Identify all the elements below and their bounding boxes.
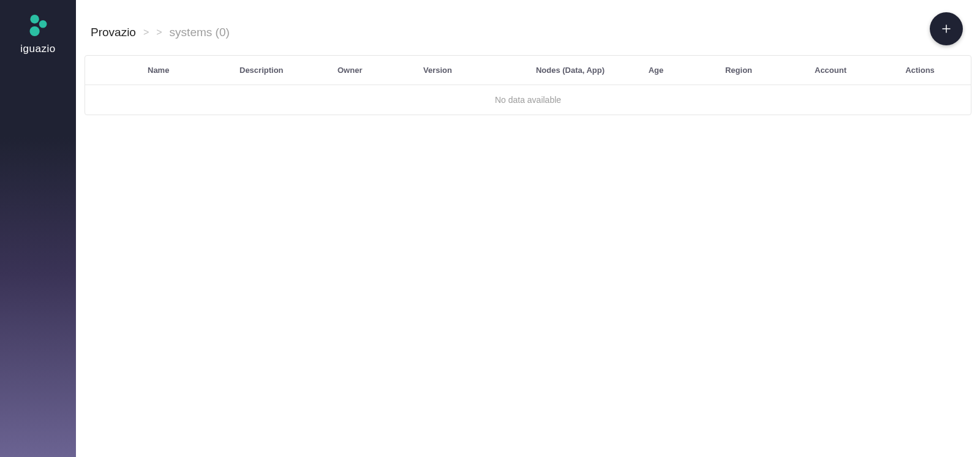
column-header-owner[interactable]: Owner [337, 66, 423, 75]
column-header-nodes[interactable]: Nodes (Data, App) [521, 66, 619, 75]
column-header-account[interactable]: Account [785, 66, 876, 75]
svg-point-1 [39, 20, 47, 28]
table-empty-message: No data available [85, 85, 971, 115]
iguazio-logo-icon [27, 13, 49, 38]
sidebar: iguazio [0, 0, 76, 457]
table-header-row: Name Description Owner Version Nodes (Da… [85, 56, 971, 85]
chevron-right-icon: > [143, 27, 149, 38]
column-header-actions[interactable]: Actions [876, 66, 963, 75]
breadcrumb: Provazio > > systems (0) [91, 26, 230, 39]
systems-table: Name Description Owner Version Nodes (Da… [85, 55, 971, 115]
add-button[interactable] [930, 12, 963, 45]
main-content: Provazio > > systems (0) Name Descriptio… [76, 0, 980, 457]
svg-point-2 [30, 26, 40, 36]
column-header-age[interactable]: Age [619, 66, 693, 75]
breadcrumb-root[interactable]: Provazio [91, 26, 136, 39]
brand-name: iguazio [20, 43, 55, 55]
column-header-region[interactable]: Region [693, 66, 785, 75]
breadcrumb-current: systems (0) [170, 26, 230, 39]
brand-logo[interactable]: iguazio [20, 13, 55, 55]
plus-icon [941, 23, 952, 34]
column-header-description[interactable]: Description [239, 66, 337, 75]
svg-point-0 [30, 15, 39, 23]
column-header-version[interactable]: Version [423, 66, 521, 75]
page-header: Provazio > > systems (0) [76, 0, 980, 49]
content-area: Name Description Owner Version Nodes (Da… [76, 49, 980, 115]
column-header-name[interactable]: Name [148, 66, 239, 75]
chevron-right-icon: > [156, 27, 162, 38]
